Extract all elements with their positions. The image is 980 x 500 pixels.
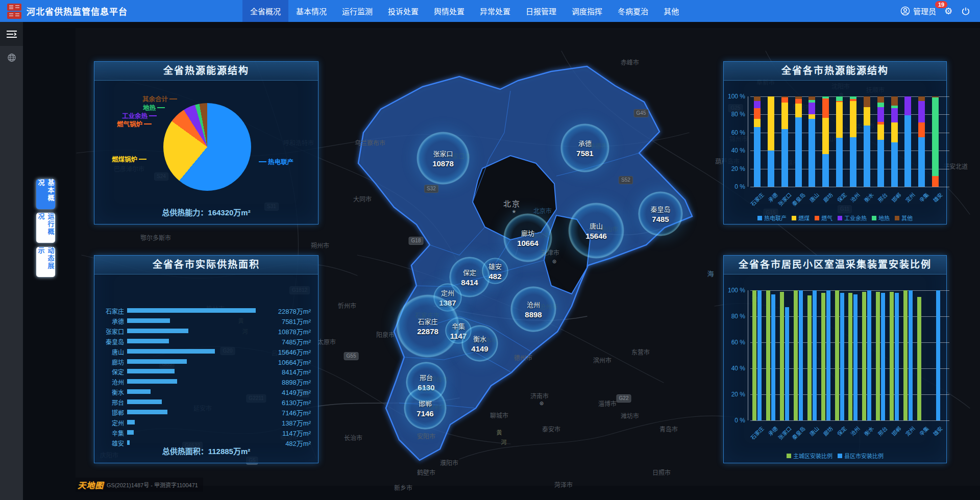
row-city-label: 承德 xyxy=(94,317,124,326)
panel-title: 全省各市热源能源结构 xyxy=(724,62,946,81)
city-bubble-邯郸[interactable]: 邯郸7146 xyxy=(404,387,447,430)
bubble-city-name: 承德 xyxy=(578,138,592,148)
bar-辛集-工业余热 xyxy=(918,101,925,122)
bar-沧州-燃煤 xyxy=(850,101,856,137)
bar-邯郸-热电联产 xyxy=(891,142,898,187)
power-icon[interactable] xyxy=(961,6,971,16)
menu-toggle[interactable] xyxy=(0,22,23,46)
bubble-city-name: 保定 xyxy=(463,267,476,277)
row-value: 15646万m² xyxy=(255,347,311,357)
row-bar xyxy=(127,420,135,424)
panel-title: 全省热源能源结构 xyxy=(94,62,318,81)
chart-legend: 热电联产燃煤燃气工业余热地热其他 xyxy=(724,214,946,222)
bubble-city-name: 辛集 xyxy=(452,321,465,331)
nav-tab-日报管理[interactable]: 日报管理 xyxy=(518,0,564,22)
nav-tab-投诉处置[interactable]: 投诉处置 xyxy=(380,0,426,22)
globe-nav[interactable] xyxy=(0,53,23,62)
y-tick-label: 60 % xyxy=(724,339,745,346)
user-menu[interactable]: 管理员 19 xyxy=(900,6,936,16)
bubble-city-name: 雄安 xyxy=(488,261,502,271)
row-value: 7581万m² xyxy=(255,316,311,326)
nav-tab-其他[interactable]: 其他 xyxy=(656,0,687,22)
bar-廊坊-县区市安装比例 xyxy=(826,290,830,420)
bar-邯郸-其他 xyxy=(891,96,898,106)
heating-area-row-廊坊: 廊坊10664万m² xyxy=(94,356,318,366)
y-tick-label: 40 % xyxy=(724,147,745,154)
city-bubble-衡水[interactable]: 衡水4149 xyxy=(461,325,498,362)
bubble-city-value: 7146 xyxy=(416,409,433,418)
bar-保定-主城区安装比例 xyxy=(835,290,839,420)
row-bar xyxy=(127,369,175,373)
bar-张家口-燃煤 xyxy=(781,103,788,129)
y-tick-label: 20 % xyxy=(724,391,745,398)
row-value: 22878万m² xyxy=(255,306,311,316)
bar-辛集-主城区安装比例 xyxy=(917,297,921,420)
row-city-label: 定州 xyxy=(94,418,124,427)
nav-tab-基本情况[interactable]: 基本情况 xyxy=(288,0,334,22)
heating-area-row-承德: 承德7581万m² xyxy=(94,315,318,326)
globe-icon xyxy=(7,53,16,62)
city-bubble-秦皇岛[interactable]: 秦皇岛7485 xyxy=(638,191,683,236)
bar-邯郸-工业余热 xyxy=(891,108,898,122)
city-bubble-雄安[interactable]: 雄安482 xyxy=(482,258,508,284)
legend-swatch xyxy=(815,216,819,220)
bar-邢台-热电联产 xyxy=(877,140,884,187)
bar-唐山-热电联产 xyxy=(808,119,815,187)
bar-廊坊-主城区安装比例 xyxy=(821,293,825,420)
bubble-city-value: 8414 xyxy=(461,278,478,287)
legend-swatch xyxy=(872,216,876,220)
city-bubble-唐山[interactable]: 唐山15646 xyxy=(568,203,624,259)
pie-leader-line xyxy=(149,115,157,116)
bar-唐山-燃煤 xyxy=(808,114,815,119)
row-city-label: 唐山 xyxy=(94,347,124,356)
heating-area-row-沧州: 沧州8898万m² xyxy=(94,376,318,386)
nav-tab-运行监测[interactable]: 运行监测 xyxy=(334,0,380,22)
bar-廊坊-燃煤 xyxy=(822,118,829,154)
tianditu-logo: 天地图 xyxy=(78,479,104,491)
y-tick-label: 100 % xyxy=(724,93,745,100)
bar-张家口-燃气 xyxy=(781,97,788,103)
side-button-动态展示[interactable]: 动态展示 xyxy=(36,247,55,277)
nav-tab-调度指挥[interactable]: 调度指挥 xyxy=(564,0,610,22)
y-tick-label: 0 % xyxy=(724,183,745,190)
bar-衡水-县区市安装比例 xyxy=(867,290,871,420)
nav-tab-全省概况[interactable]: 全省概况 xyxy=(242,0,288,22)
nav-tab-异常处置[interactable]: 异常处置 xyxy=(472,0,518,22)
legend-item-其他: 其他 xyxy=(895,214,913,222)
bar-邯郸-主城区安装比例 xyxy=(890,292,894,420)
nav-tab-舆情处置[interactable]: 舆情处置 xyxy=(426,0,472,22)
city-bubble-廊坊[interactable]: 廊坊10664 xyxy=(503,213,552,262)
row-value: 10878万m² xyxy=(255,327,311,336)
bar-张家口-其他 xyxy=(781,96,788,97)
bar-邢台-地热 xyxy=(877,103,884,107)
bar-保定-热电联产 xyxy=(836,138,843,187)
bar-张家口-热电联产 xyxy=(781,129,788,187)
side-button-基本概况[interactable]: 基本概况 xyxy=(36,179,55,209)
nav-tab-冬病夏治[interactable]: 冬病夏治 xyxy=(610,0,656,22)
row-value: 8414万m² xyxy=(255,367,311,377)
legend-item-工业余热: 工业余热 xyxy=(838,214,867,222)
bar-沧州-县区市安装比例 xyxy=(853,294,857,420)
row-city-label: 张家口 xyxy=(94,327,124,336)
city-bubble-沧州[interactable]: 沧州8898 xyxy=(510,286,556,332)
notification-badge[interactable]: 19 xyxy=(935,1,947,8)
row-city-label: 秦皇岛 xyxy=(94,337,124,346)
bar-衡水-其他 xyxy=(864,96,870,107)
side-button-运行概况[interactable]: 运行概况 xyxy=(36,213,55,243)
row-city-label: 邢台 xyxy=(94,398,124,407)
row-value: 4149万m² xyxy=(255,387,311,397)
bar-定州-工业余热 xyxy=(904,96,911,115)
bar-石家庄-工业余热 xyxy=(754,101,761,108)
city-bubble-承德[interactable]: 承德7581 xyxy=(560,123,609,172)
legend-swatch xyxy=(895,216,899,220)
panel-sensor-install-ratio: 全省各市居民小区室温采集装置安装比例 0 %20 %40 %60 %80 %10… xyxy=(723,255,947,463)
bubble-city-value: 10664 xyxy=(517,239,538,247)
row-bar xyxy=(127,359,187,364)
y-tick-label: 60 % xyxy=(724,129,745,136)
city-bubble-张家口[interactable]: 张家口10878 xyxy=(416,132,470,185)
bubble-city-value: 22878 xyxy=(417,327,438,336)
legend-item-县区市安装比例: 县区市安装比例 xyxy=(838,452,884,460)
heating-area-row-秦皇岛: 秦皇岛7485万m² xyxy=(94,336,318,346)
bar-雄安-燃气 xyxy=(932,176,939,187)
bar-廊坊-地热 xyxy=(822,96,829,98)
